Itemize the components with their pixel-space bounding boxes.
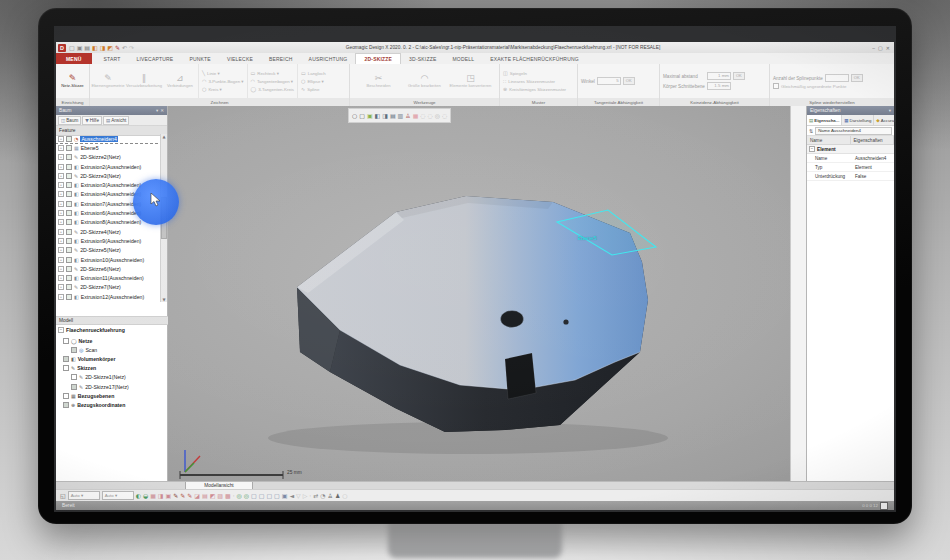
viewport-tool-icon[interactable]: ◌ [428, 110, 433, 121]
view-option-icon[interactable]: ◐ [136, 491, 141, 501]
feature-tree-item[interactable]: + ▦ Ebene5 [56, 143, 162, 152]
scroll-down-icon[interactable]: ▼ [162, 297, 165, 302]
splinepunkte-input[interactable] [825, 74, 849, 82]
view-option-icon[interactable]: ▢ [274, 491, 280, 501]
viewport-tool-icon[interactable]: ◨ [382, 110, 388, 121]
ribbon-tab[interactable]: 3D-SKIZZE [401, 53, 444, 64]
feature-tree-item[interactable]: + ✎ 2D-Skizze6(Netz) [56, 264, 162, 273]
window-control-button[interactable]: ‒ [872, 45, 875, 51]
ribbon-tab[interactable]: VIELECKE [219, 53, 261, 64]
feature-tree-item[interactable]: + ✎ 2D-Skizze5(Netz) [56, 246, 162, 255]
expander-icon[interactable]: + [58, 145, 64, 151]
feature-tree-item[interactable]: + ◧ Extrusion10(Ausschneiden) [56, 255, 162, 264]
model-viewport[interactable]: ○▢▣◧◨▤▥♙▦◌◌◎◌ Ebene5 25 mm [168, 106, 790, 481]
properties-tab[interactable]: ◆ Accuracy .. [874, 115, 896, 125]
expander-icon[interactable]: − [809, 146, 815, 152]
model-tree-item[interactable]: ⊕ Bezugskoordinaten [56, 400, 168, 409]
pin-icon[interactable]: ▾ [889, 108, 891, 113]
ribbon-tab[interactable]: EXAKTE FLÄCHENRÜCKFÜHRUNG [482, 53, 587, 64]
properties-tab[interactable]: ▤ Eigenscha... [807, 115, 842, 125]
ribbon-tab[interactable]: BEREICH [261, 53, 301, 64]
view-option-icon[interactable]: ○ [342, 491, 347, 501]
view-option-icon[interactable]: · [233, 491, 235, 501]
feature-checkbox[interactable] [66, 173, 72, 179]
feature-tree-item[interactable]: + ◧ Extrusion12(Ausschneiden) [56, 292, 162, 301]
feature-checkbox[interactable] [66, 201, 72, 207]
view-option-icon[interactable]: ⇄ [313, 491, 318, 501]
model-checkbox[interactable] [63, 338, 69, 344]
feature-tree-item[interactable]: + ✎ 2D-Skizze4(Netz) [56, 227, 162, 236]
view-option-icon[interactable]: · [309, 491, 311, 501]
feature-checkbox[interactable] [66, 266, 72, 272]
viewport-tool-icon[interactable]: ▣ [367, 110, 373, 121]
sketch-tool[interactable]: ╲Linie ▾ [202, 70, 244, 76]
model-tree-item[interactable]: ◯ Netze [56, 336, 168, 345]
pin-icon[interactable]: ▾ [156, 108, 158, 113]
feature-checkbox[interactable] [66, 182, 72, 188]
model-checkbox[interactable] [71, 347, 77, 353]
quick-access-icon[interactable]: ◩ [107, 44, 113, 52]
model-tree-item[interactable]: ▦ Bezugsebenen [56, 391, 168, 400]
tool-button[interactable]: ◳ Elemente konvertieren [449, 65, 493, 97]
expander-icon[interactable]: + [58, 191, 64, 197]
window-control-button[interactable]: ✕ [886, 45, 890, 51]
model-checkbox[interactable] [63, 402, 69, 408]
ribbon-tab[interactable]: LIVECAPTURE [128, 53, 181, 64]
window-control-button[interactable]: ▢ [878, 45, 883, 51]
viewport-tool-icon[interactable]: ◧ [375, 110, 381, 121]
viewport-tool-icon[interactable]: ▢ [359, 110, 365, 121]
sketch-tool[interactable]: ∿Spline [301, 86, 326, 92]
feature-tree-item[interactable]: + ◔ Ausschneiden4 [56, 134, 162, 143]
feature-tree-item[interactable]: + ◧ Extrusion2(Ausschneiden) [56, 162, 162, 171]
ribbon-tab[interactable]: MENÜ [56, 53, 92, 64]
schnittebene-input[interactable]: 1.5 mm [707, 82, 731, 90]
expander-icon[interactable]: + [58, 229, 64, 235]
element-group-row[interactable]: − Element [807, 145, 894, 154]
expander-icon[interactable]: + [58, 238, 64, 244]
sort-icon[interactable]: ⇅ [809, 128, 813, 134]
sketch-tool[interactable]: ◠Tangentenbogen ▾ [251, 78, 295, 84]
view-option-icon[interactable]: ♙ [328, 491, 333, 501]
pattern-tool[interactable]: ⊛Kreisförmiges Skizzenmuster [503, 86, 566, 92]
tool-button[interactable]: ◠ Größe bearbeiten [403, 65, 447, 97]
winkel-ok-button[interactable]: OK [623, 77, 635, 85]
feature-checkbox[interactable] [66, 238, 72, 244]
view-option-icon[interactable]: ▢ [259, 491, 265, 501]
sketch-tool[interactable]: ▭Langloch [301, 70, 326, 76]
feature-checkbox[interactable] [66, 154, 72, 160]
ribbon-tab[interactable]: PUNKTE [181, 53, 218, 64]
property-row[interactable]: Typ Element [807, 163, 894, 172]
feature-checkbox[interactable] [66, 257, 72, 263]
feature-tree-item[interactable]: + ◧ Extrusion9(Ausschneiden) [56, 236, 162, 245]
name-field[interactable]: Name Ausschneiden4 [815, 127, 892, 135]
netz-skizze-button[interactable]: ✎ Netz-Skizze [56, 65, 89, 97]
pattern-tool[interactable]: ∷Lineares Skizzenmuster [503, 78, 566, 84]
view-option-icon[interactable]: ◄ [289, 491, 294, 501]
view-option-icon[interactable]: ◪ [194, 491, 200, 501]
view-option-icon[interactable]: ◎ [244, 491, 249, 501]
view-option-icon[interactable]: ◎ [237, 491, 242, 501]
quick-access-icon[interactable]: ◨ [100, 44, 106, 52]
view-option-icon[interactable]: ▢ [251, 491, 257, 501]
model-tree-item[interactable]: ✎ 2D-Skizze17(Netz) [56, 382, 168, 391]
feature-checkbox[interactable] [66, 210, 72, 216]
expander-icon[interactable]: + [58, 275, 64, 281]
expander-icon[interactable]: + [58, 210, 64, 216]
feature-tree-item[interactable]: + ✎ 2D-Skizze3(Netz) [56, 171, 162, 180]
expander-icon[interactable]: + [58, 284, 64, 290]
quick-access-icon[interactable]: ↶ [122, 44, 127, 52]
view-option-icon[interactable]: ◩ [210, 491, 216, 501]
ribbon-tab[interactable]: START [96, 53, 129, 64]
quick-access-icon[interactable]: ◧ [92, 44, 98, 52]
expander-icon[interactable]: + [58, 182, 64, 188]
model-checkbox[interactable] [71, 374, 77, 380]
expander-icon[interactable]: + [58, 266, 64, 272]
view-option-icon[interactable]: ▽ [296, 491, 301, 501]
pattern-tool[interactable]: ◫Spiegeln [503, 70, 566, 76]
properties-tab[interactable]: ▦ Darstellung [842, 115, 874, 125]
feature-checkbox[interactable] [66, 275, 72, 281]
sketch-tool[interactable]: ○Ellipse ▾ [301, 78, 326, 84]
tree-panel-tab[interactable]: ▤ Ansicht [103, 116, 129, 125]
sketch-tool[interactable]: ◯3-Tangenten-Kreis [251, 86, 295, 92]
feature-tree-item[interactable]: + ✎ 2D-Skizze2(Netz) [56, 153, 162, 162]
